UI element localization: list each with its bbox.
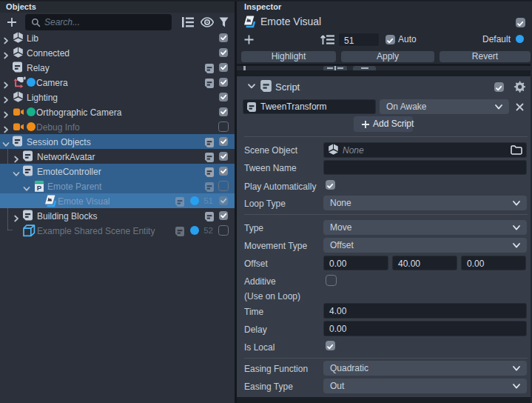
svg-text:P: P xyxy=(37,184,42,192)
